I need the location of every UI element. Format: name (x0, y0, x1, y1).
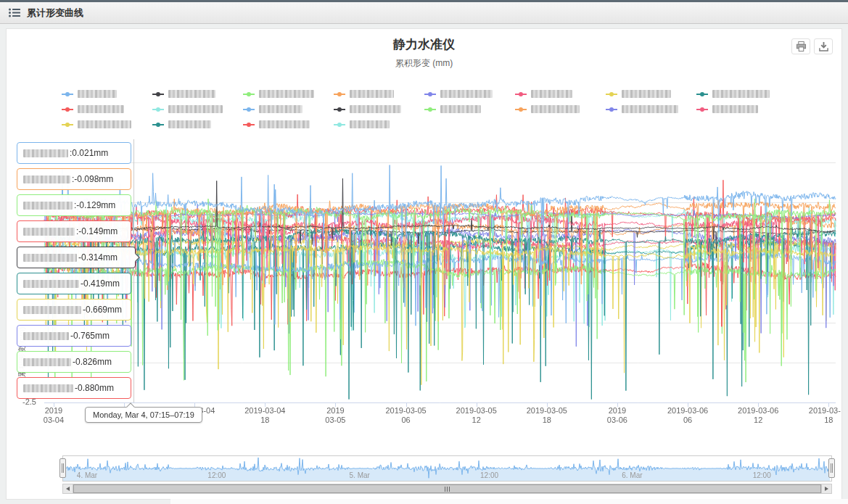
legend-item[interactable] (696, 86, 787, 102)
list-menu-icon[interactable] (9, 8, 20, 17)
legend-label-redacted (440, 105, 481, 113)
tooltip-split-box: -0.419mm (17, 273, 131, 294)
tooltip-stack: :0.021mm:-0.098mm:-0.129mm:-0.149mm-0.31… (17, 142, 136, 399)
legend-item[interactable] (424, 86, 515, 102)
legend-label-redacted (78, 90, 117, 98)
legend-line-marker-icon (243, 109, 255, 110)
range-navigator[interactable]: 4. Mar12:005. Mar12:006. Mar12:00 (62, 455, 832, 482)
legend-label-redacted (622, 105, 678, 113)
printer-icon (796, 41, 807, 51)
legend-item[interactable] (334, 102, 424, 117)
tooltip-split-box: :-0.129mm (17, 194, 131, 216)
legend-label-redacted (712, 105, 758, 113)
tooltip-series-name-redacted (23, 384, 73, 392)
tooltip-value: -0.669mm (83, 305, 122, 315)
x-axis-label: 201903-04 (44, 406, 64, 425)
tooltip-series-name-redacted (23, 202, 73, 210)
tooltip-split-box: :-0.098mm (17, 168, 131, 190)
legend-item[interactable] (243, 117, 334, 132)
right-arrow-icon (825, 487, 828, 491)
legend-label-redacted (168, 120, 211, 128)
legend-line-marker-icon (424, 94, 436, 95)
legend-line-marker-icon (62, 124, 73, 125)
navigator-canvas (63, 456, 830, 481)
tooltip-header-text: Monday, Mar 4, 07:15–07:19 (93, 410, 194, 419)
navigator-axis-label: 12:00 (753, 471, 771, 479)
legend-line-marker-icon (152, 109, 164, 110)
tooltip-series-name-redacted (23, 254, 77, 262)
tooltip-value: :-0.129mm (74, 200, 115, 210)
legend-label-redacted (78, 120, 131, 128)
scrollbar-left-button[interactable] (63, 484, 73, 493)
legend-item[interactable] (334, 117, 424, 132)
legend-item[interactable] (243, 86, 334, 102)
legend-item[interactable] (152, 117, 243, 132)
tooltip-split-box: -0.880mm (17, 377, 131, 399)
scrollbar-right-button[interactable] (821, 484, 831, 493)
print-chart-button[interactable] (791, 38, 810, 54)
chart-export-buttons (791, 38, 833, 54)
tooltip-split-box: -0.669mm (17, 299, 131, 321)
legend-label-redacted (168, 105, 223, 113)
tooltip-value: -0.765mm (70, 331, 110, 341)
export-chart-button[interactable] (814, 38, 833, 54)
download-icon (818, 41, 829, 51)
x-axis-label: 201903-05 (325, 406, 345, 425)
legend-item[interactable] (62, 86, 152, 102)
navigator-axis-label: 5. Mar (350, 471, 370, 479)
legend-item[interactable] (606, 86, 696, 102)
x-axis-label: 201903-06 (607, 406, 627, 425)
legend-line-marker-icon (606, 109, 617, 110)
legend-item[interactable] (62, 117, 152, 132)
tooltip-split-box: :0.021mm (17, 142, 131, 164)
tooltip-series-name-redacted (23, 306, 81, 314)
navigator-left-handle[interactable] (59, 458, 66, 478)
chart-panel: 静力水准仪 累积形变 (mm) 累积形变(mm) :0.021mm:-0.098… (6, 28, 842, 500)
legend-line-marker-icon (243, 124, 255, 125)
tooltip-split-box: :-0.149mm (17, 220, 131, 242)
tooltip-series-name-redacted (23, 175, 70, 183)
legend-label-redacted (531, 90, 572, 98)
tooltip-value: :-0.098mm (72, 174, 113, 184)
x-axis-label: 2019-03-0518 (527, 406, 567, 425)
tooltip-series-name-redacted (23, 332, 69, 340)
legend-item[interactable] (424, 102, 515, 117)
legend-line-marker-icon (334, 94, 345, 95)
navigator-axis-label: 4. Mar (77, 471, 97, 479)
tooltip-value: -0.419mm (81, 278, 120, 289)
scrollbar-thumb[interactable] (73, 484, 821, 493)
legend-item[interactable] (152, 102, 243, 117)
legend-item[interactable] (152, 86, 243, 102)
legend-item[interactable] (334, 86, 424, 102)
legend-item[interactable] (243, 102, 334, 117)
legend-item[interactable] (515, 86, 606, 102)
tooltip-series-name-redacted (23, 149, 68, 157)
tooltip-series-name-redacted (23, 358, 71, 366)
legend-label-redacted (531, 105, 580, 113)
legend-line-marker-icon (696, 94, 708, 95)
legend-label-redacted (259, 105, 302, 113)
tooltip-value: -0.826mm (73, 357, 112, 367)
navigator-right-handle[interactable] (828, 458, 835, 478)
navigator-axis-label: 12:00 (480, 471, 498, 479)
legend-item[interactable] (515, 102, 606, 117)
legend-line-marker-icon (334, 109, 345, 110)
plot-area: 累积形变(mm) :0.021mm:-0.098mm:-0.129mm:-0.1… (7, 136, 841, 426)
legend-item[interactable] (696, 102, 787, 117)
legend-line-marker-icon (515, 109, 527, 110)
legend-label-redacted (259, 90, 314, 98)
page-title: 累计形变曲线 (27, 7, 83, 20)
legend-item[interactable] (62, 102, 152, 117)
legend-label-redacted (622, 90, 671, 98)
legend-item[interactable] (606, 102, 696, 117)
legend-line-marker-icon (152, 94, 164, 95)
chart-title: 静力水准仪 (7, 36, 841, 54)
tooltip-value: :0.021mm (70, 148, 108, 158)
tooltip-split-box: -0.826mm (17, 351, 131, 373)
legend-line-marker-icon (696, 109, 708, 110)
horizontal-scrollbar[interactable] (62, 484, 832, 494)
partial-bottom-panel (170, 499, 848, 504)
legend-line-marker-icon (243, 94, 255, 95)
x-axis-label: 2019-03-0506 (385, 406, 426, 425)
x-axis-label: 2019-03-0418 (244, 406, 285, 425)
